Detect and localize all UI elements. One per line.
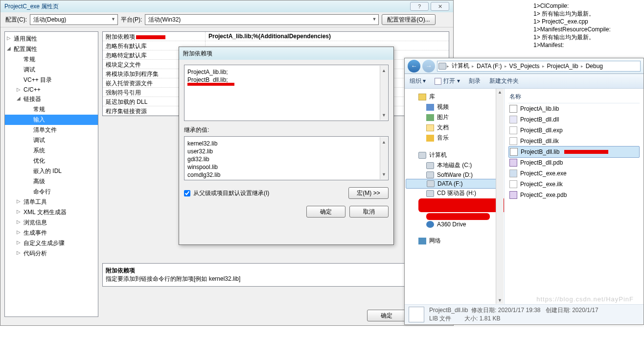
scrollbar[interactable] (380, 66, 388, 120)
inherit-checkbox[interactable] (184, 190, 190, 196)
forward-button[interactable]: → (422, 60, 435, 73)
explorer-tree[interactable]: 库 视频 图片 文档 音乐 计算机 本地磁盘 (C:) SoftWare (D:… (405, 89, 505, 304)
crumb[interactable]: Debug (584, 62, 605, 71)
tree-cpp[interactable]: ▷C/C++ (5, 85, 98, 94)
tree-pictures[interactable]: 图片 (406, 112, 503, 122)
status-filename: ProjectB_dll.lib (429, 307, 468, 314)
libraries-icon (418, 94, 426, 100)
crumb[interactable]: DATA (F:) (475, 62, 504, 71)
back-button[interactable]: ← (408, 60, 420, 73)
file-row[interactable]: ProjectB_dll.dll (508, 114, 640, 125)
tree-linker-opt[interactable]: 优化 (5, 156, 98, 166)
tree-libraries[interactable]: 库 (406, 92, 503, 102)
tree-browse[interactable]: ▷浏览信息 (5, 218, 98, 228)
new-folder-button[interactable]: 新建文件夹 (489, 77, 519, 85)
file-row[interactable]: ProjectC_exe.pdb (508, 190, 640, 200)
file-list[interactable]: 名称 ProjectA_lib.lib ProjectB_dll.dll Pro… (505, 89, 644, 304)
config-manager-button[interactable]: 配置管理器(O)... (382, 14, 435, 25)
window-title: ProjectC_exe 属性页 (4, 2, 408, 11)
explorer-statusbar: ProjectB_dll.lib 修改日期: 2020/1/17 19:38 创… (405, 304, 644, 324)
explorer-toolbar: 组织 ▾ 打开 ▾ 刻录 新建文件夹 (405, 74, 644, 89)
platform-label: 平台(P): (121, 16, 142, 24)
inherit-item: kernel32.lib (187, 140, 385, 147)
tree-debug[interactable]: 调试 (5, 65, 98, 75)
inherited-list: kernel32.lib user32.lib gdi32.lib winspo… (184, 136, 389, 180)
crumb[interactable]: VS_Pojects (507, 62, 542, 71)
tree-linker-idl[interactable]: 嵌入的 IDL (5, 166, 98, 176)
scrollbar[interactable] (380, 137, 388, 179)
organize-menu[interactable]: 组织 ▾ (410, 77, 426, 85)
highlight-mark (564, 150, 608, 154)
file-row[interactable]: ProjectB_dll.pdb (508, 157, 640, 168)
tree-linker-manifest[interactable]: 清单文件 (5, 125, 98, 135)
tree-linker-input[interactable]: 输入 (5, 115, 98, 125)
column-header-name[interactable]: 名称 (508, 91, 640, 103)
tree-computer[interactable]: 计算机 (406, 150, 503, 160)
crumb[interactable]: ProjectA_lib (545, 62, 580, 71)
tree-linker-cmd[interactable]: 命令行 (5, 187, 98, 197)
computer-icon (438, 63, 446, 70)
file-row[interactable]: ProjectC_exe.ilk (508, 179, 640, 190)
tree-drive-d[interactable]: SoftWare (D:) (406, 170, 503, 179)
tree-code-an[interactable]: ▷代码分析 (5, 248, 98, 259)
macro-button[interactable]: 宏(M) >> (348, 187, 389, 199)
tree-linker-adv[interactable]: 高级 (5, 176, 98, 187)
deps-edit-box[interactable]: ProjectA_lib.lib; ProjectB_dll.lib; (184, 65, 389, 121)
tree-custom[interactable]: ▷自定义生成步骤 (5, 238, 98, 248)
tree-vcdir[interactable]: VC++ 目录 (5, 75, 98, 85)
tree-general[interactable]: 常规 (5, 54, 98, 65)
cd-drive-icon (426, 190, 434, 197)
config-select[interactable]: 活动(Debug) (30, 14, 118, 25)
open-menu[interactable]: 打开 ▾ (435, 77, 460, 85)
file-row-selected[interactable]: ProjectB_dll.lib (508, 146, 640, 158)
grid-row-add-dep[interactable]: 附加依赖项 ProjectA_lib.lib;%(AdditionalDepen… (103, 32, 449, 41)
burn-button[interactable]: 刻录 (469, 77, 481, 85)
titlebar[interactable]: ProjectC_exe 属性页 ? ✕ (0, 0, 453, 12)
lib-file-icon (509, 105, 517, 113)
drive-icon (426, 162, 434, 169)
tree-common-props[interactable]: ▷通用属性 (5, 34, 98, 44)
redacted-item (418, 198, 505, 212)
crumb[interactable]: 计算机 (450, 61, 471, 71)
file-row[interactable]: ProjectB_dll.exp (508, 125, 640, 136)
tree-manifest-tool[interactable]: ▷清单工具 (5, 197, 98, 207)
tree-music[interactable]: 音乐 (406, 133, 503, 143)
additional-deps-dialog: 附加依赖项 ProjectA_lib.lib; ProjectB_dll.lib… (179, 47, 394, 245)
tree-documents[interactable]: 文档 (406, 122, 503, 133)
tree-linker[interactable]: ◢链接器 (5, 94, 98, 104)
tree-drive-f[interactable]: DATA (F:) (406, 179, 503, 189)
document-icon (426, 124, 434, 131)
tree-drive-h[interactable]: CD 驱动器 (H:) (406, 188, 503, 198)
file-row[interactable]: ProjectC_exe.exe (508, 168, 640, 179)
tree-build-evt[interactable]: ▷生成事件 (5, 228, 98, 238)
inherit-item: gdi32.lib (187, 155, 385, 163)
output-line: 1>ClCompile: (533, 2, 642, 10)
property-tree[interactable]: ▷通用属性 ◢配置属性 常规 调试 VC++ 目录 ▷C/C++ ◢链接器 常规… (4, 31, 98, 317)
dialog-cancel-button[interactable]: 取消 (349, 206, 389, 218)
help-button[interactable]: ? (410, 2, 429, 11)
tree-linker-general[interactable]: 常规 (5, 104, 98, 115)
file-row[interactable]: ProjectA_lib.lib (508, 103, 640, 114)
close-button[interactable]: ✕ (431, 2, 449, 11)
breadcrumb[interactable]: ▸ 计算机▸ DATA (F:)▸ VS_Pojects▸ ProjectA_l… (437, 61, 641, 72)
ilk-file-icon (509, 137, 517, 145)
tree-network[interactable]: 网络 (406, 236, 503, 246)
ok-button[interactable]: 确定 (367, 310, 406, 321)
tree-config-props[interactable]: ◢配置属性 (5, 44, 98, 54)
tree-linker-debug[interactable]: 调试 (5, 135, 98, 146)
config-toolbar: 配置(C): 活动(Debug) 平台(P): 活动(Win32) 配置管理器(… (0, 12, 453, 27)
pdb-file-icon (509, 159, 517, 167)
scrollbar[interactable] (496, 89, 504, 304)
file-row[interactable]: ProjectB_dll.ilk (508, 136, 640, 146)
drive-icon (426, 171, 434, 178)
desc-title: 附加依赖项 (106, 267, 446, 275)
tree-xml-gen[interactable]: ▷XML 文档生成器 (5, 207, 98, 218)
tree-videos[interactable]: 视频 (406, 102, 503, 112)
tree-linker-system[interactable]: 系统 (5, 146, 98, 156)
dialog-titlebar[interactable]: 附加依赖项 (179, 47, 393, 60)
platform-select[interactable]: 活动(Win32) (145, 14, 379, 25)
tree-a360[interactable]: A360 Drive (406, 220, 503, 229)
music-icon (426, 135, 434, 142)
tree-drive-c[interactable]: 本地磁盘 (C:) (406, 160, 503, 170)
dialog-ok-button[interactable]: 确定 (306, 206, 345, 218)
